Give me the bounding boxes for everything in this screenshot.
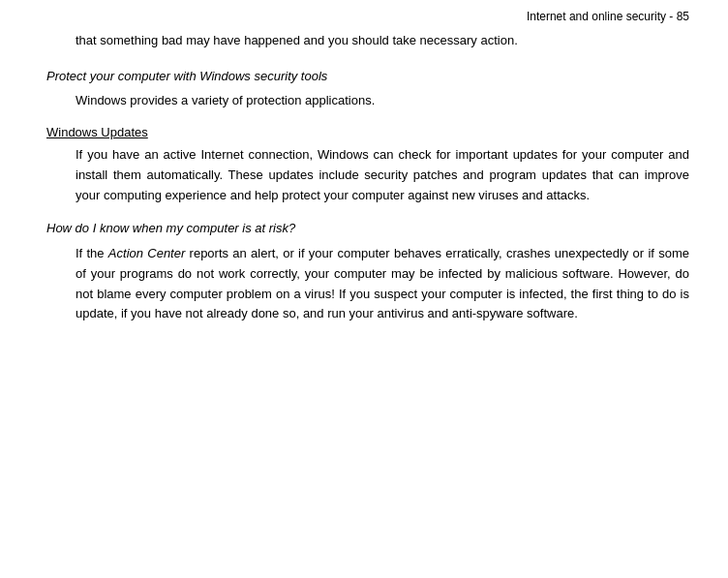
section1-heading: Protect your computer with Windows secur… (46, 67, 689, 86)
content-area: that something bad may have happened and… (0, 31, 728, 324)
section2-heading: Windows Updates (46, 125, 689, 139)
section3-body: If the Action Center reports an alert, o… (76, 244, 689, 324)
action-center-text: Action Center (108, 246, 185, 260)
intro-paragraph: that something bad may have happened and… (76, 31, 689, 51)
section2-body: If you have an active Internet connectio… (76, 145, 689, 205)
section1-body: Windows provides a variety of protection… (76, 91, 689, 111)
page-header-text: Internet and online security - 85 (527, 10, 689, 23)
section3-heading: How do I know when my computer is at ris… (46, 219, 689, 238)
page-header: Internet and online security - 85 (0, 10, 728, 31)
